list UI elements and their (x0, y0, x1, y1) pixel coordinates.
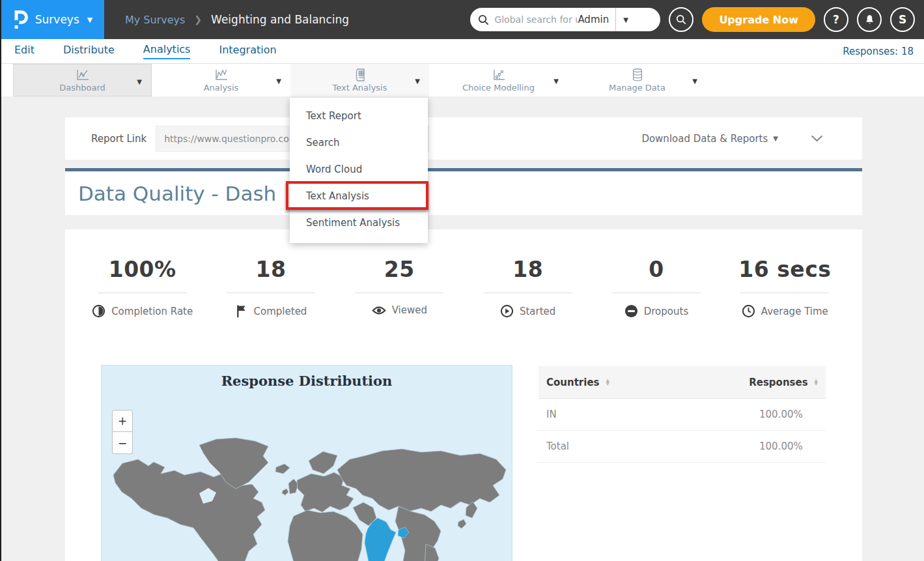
breadcrumb-survey-title: Weighting and Balancing (211, 13, 349, 26)
app-root: Surveys ▼ My Surveys ❯ Weighting and Bal… (0, 0, 924, 561)
caret-down-icon: ▼ (773, 135, 778, 142)
tab-edit[interactable]: Edit (14, 44, 35, 59)
chevron-down-icon: ▼ (137, 78, 142, 85)
search-scope-label: Admin (578, 14, 615, 25)
breadcrumb: My Surveys ❯ Weighting and Balancing (125, 13, 349, 26)
stat-value: 16 secs (738, 257, 831, 282)
stat-started: 18 Started (464, 257, 592, 318)
toolbar-tab-text-analysis[interactable]: Text Analysis ▼ (290, 64, 429, 96)
countries-table: Countries ▲▼ Responses ▲▼ IN 100.00% Tot… (539, 366, 826, 463)
map-title: Response Distribution (102, 373, 512, 389)
product-name: Surveys (35, 13, 79, 26)
page-title: Data Quality - Dash (78, 182, 276, 205)
divider (227, 293, 315, 293)
database-icon (630, 68, 645, 82)
toolbar-tab-manage-data[interactable]: Manage Data ▼ (568, 64, 707, 96)
stat-average-time: 16 secs Average Time (721, 257, 849, 318)
tab-distribute[interactable]: Distribute (63, 44, 115, 59)
search-scope-caret-icon[interactable]: ▼ (616, 16, 636, 23)
search-button[interactable] (669, 7, 693, 32)
avatar-initial: S (899, 13, 906, 26)
search-icon (478, 14, 489, 25)
stat-completed: 18 Completed (206, 257, 335, 318)
top-bar: Surveys ▼ My Surveys ❯ Weighting and Bal… (0, 0, 924, 39)
global-search: Admin ▼ (470, 8, 660, 31)
breadcrumb-my-surveys[interactable]: My Surveys (125, 14, 185, 26)
text-report-icon (352, 68, 368, 82)
flag-icon (235, 304, 248, 318)
breadcrumb-separator-icon: ❯ (194, 14, 202, 25)
tab-label: Choice Modelling (462, 83, 535, 93)
divider (98, 293, 187, 293)
scatter-chart-icon (491, 68, 507, 82)
stat-value: 0 (649, 257, 664, 282)
tab-label: Text Analysis (333, 83, 387, 93)
notifications-button[interactable] (857, 7, 882, 32)
divider (355, 293, 443, 293)
menu-item-text-report[interactable]: Text Report (290, 103, 428, 130)
stat-value: 25 (384, 257, 415, 282)
stat-label: Completed (254, 306, 307, 317)
line-chart-icon (75, 68, 91, 82)
stat-dropouts: 0 Dropouts (592, 257, 720, 318)
world-map[interactable] (102, 433, 512, 561)
sort-icon[interactable]: ▲▼ (606, 379, 609, 386)
download-data-reports[interactable]: Download Data & Reports ▼ (641, 133, 823, 145)
menu-item-sentiment-analysis[interactable]: Sentiment Analysis (290, 210, 428, 237)
tab-analytics[interactable]: Analytics (143, 43, 191, 59)
play-circle-icon (500, 304, 514, 318)
divider (484, 293, 572, 293)
chevron-down-icon: ▼ (415, 78, 420, 85)
cell-country: Total (546, 440, 569, 452)
tab-label: Manage Data (609, 83, 665, 93)
dashboard-title-panel: Data Quality - Dash (65, 168, 862, 215)
collapse-section-button[interactable] (811, 135, 823, 142)
tab-integration[interactable]: Integration (219, 44, 276, 59)
stat-viewed: 25 Viewed (335, 257, 464, 318)
help-button[interactable]: ? (824, 7, 848, 32)
survey-nav: Edit Distribute Analytics Integration Re… (0, 39, 924, 64)
cell-responses: 100.00% (759, 440, 803, 452)
window-edge (0, 0, 1, 561)
column-header-countries[interactable]: Countries (546, 377, 599, 388)
eye-icon (372, 305, 386, 316)
stat-completion-rate: 100% Completion Rate (78, 257, 206, 318)
global-search-input[interactable] (494, 14, 578, 25)
search-icon (676, 14, 686, 25)
clock-icon (742, 304, 755, 318)
dashboard-main-panel: 100% Completion Rate 18 Completed (65, 229, 862, 561)
product-caret-icon: ▼ (87, 16, 92, 24)
product-switcher[interactable]: Surveys ▼ (0, 0, 104, 39)
topbar-actions: Admin ▼ Upgrade Now ? S (470, 7, 915, 32)
stat-label: Dropouts (644, 306, 688, 317)
stat-label: Completion Rate (111, 306, 193, 317)
menu-item-search[interactable]: Search (290, 130, 428, 156)
zigzag-chart-icon (214, 68, 229, 82)
analytics-toolbar: Dashboard ▼ Analysis ▼ Text Analysis ▼ (0, 64, 924, 96)
toolbar-tab-analysis[interactable]: Analysis ▼ (152, 64, 290, 96)
sort-icon[interactable]: ▲▼ (815, 379, 818, 386)
column-header-responses[interactable]: Responses (749, 377, 807, 388)
stat-label: Average Time (761, 306, 828, 317)
divider (612, 293, 701, 293)
upgrade-now-button[interactable]: Upgrade Now (702, 7, 815, 32)
toolbar-tab-dashboard[interactable]: Dashboard ▼ (13, 64, 152, 96)
chevron-down-icon: ▼ (276, 78, 281, 85)
account-avatar[interactable]: S (890, 7, 915, 32)
responses-count: Responses: 18 (843, 46, 914, 57)
minus-circle-icon (624, 304, 638, 318)
questionpro-logo-icon (12, 9, 29, 30)
chevron-down-icon (811, 135, 823, 142)
menu-item-text-analysis[interactable]: Text Analysis (290, 183, 428, 210)
toolbar-tab-choice-modelling[interactable]: Choice Modelling ▼ (429, 64, 568, 96)
zoom-in-button[interactable]: + (112, 410, 133, 432)
menu-item-word-cloud[interactable]: Word Cloud (290, 156, 428, 183)
chevron-down-icon: ▼ (553, 78, 559, 85)
download-label: Download Data & Reports (641, 133, 768, 145)
stat-value: 18 (512, 257, 543, 282)
chevron-down-icon: ▼ (692, 78, 697, 85)
text-analysis-dropdown-menu: Text Report Search Word Cloud Text Analy… (290, 98, 428, 243)
tab-label: Analysis (204, 83, 239, 93)
table-row: Total 100.00% (539, 431, 826, 463)
report-link-panel: Report Link Download Data & Reports ▼ (65, 117, 862, 160)
